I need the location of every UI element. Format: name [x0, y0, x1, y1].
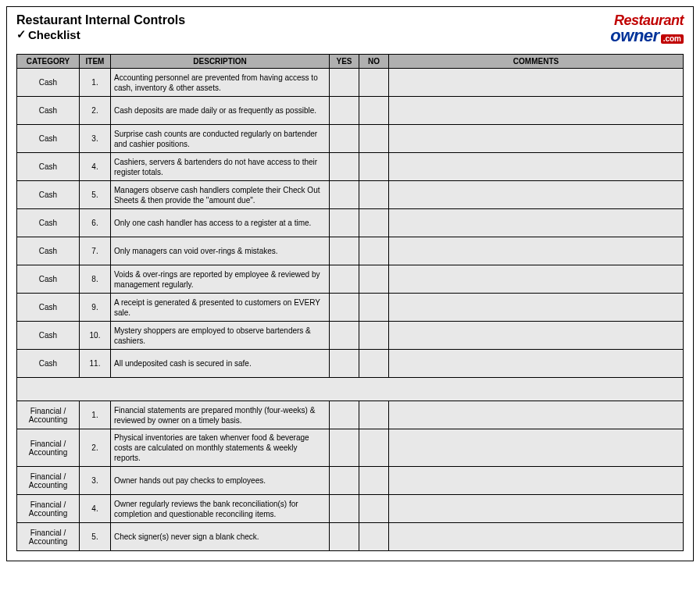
table-header-row: CATEGORY ITEM DESCRIPTION YES NO COMMENT… — [17, 55, 684, 69]
cell-item: 3. — [80, 125, 111, 153]
col-header-comments: COMMENTS — [389, 55, 684, 69]
cell-no[interactable] — [359, 209, 389, 237]
cell-comments[interactable] — [389, 322, 684, 350]
cell-category: Cash — [17, 97, 80, 125]
cell-item: 4. — [80, 153, 111, 181]
cell-description: Voids & over-rings are reported by emplo… — [111, 265, 330, 294]
cell-item: 1. — [80, 401, 111, 429]
cell-comments[interactable] — [389, 429, 684, 467]
cell-description: Check signer(s) never sign a blank check… — [111, 523, 330, 551]
cell-item: 5. — [80, 181, 111, 209]
cell-description: Cash deposits are made daily or as frequ… — [111, 97, 330, 125]
cell-item: 7. — [80, 237, 111, 265]
logo: Restaurant owner .com — [610, 13, 684, 45]
cell-comments[interactable] — [389, 265, 684, 294]
cell-no[interactable] — [359, 69, 389, 97]
cell-yes[interactable] — [330, 265, 359, 294]
cell-yes[interactable] — [330, 237, 359, 265]
title-line2: ✓ Checklist — [16, 27, 185, 41]
cell-category: Financial / Accounting — [17, 467, 80, 495]
col-header-no: NO — [359, 55, 389, 69]
col-header-yes: YES — [330, 55, 359, 69]
cell-no[interactable] — [359, 294, 389, 322]
table-row: Cash9.A receipt is generated & presented… — [17, 294, 684, 322]
cell-comments[interactable] — [389, 97, 684, 125]
cell-no[interactable] — [359, 125, 389, 153]
logo-line2: owner .com — [610, 27, 684, 45]
cell-comments[interactable] — [389, 181, 684, 209]
cell-yes[interactable] — [330, 467, 359, 495]
cell-yes[interactable] — [330, 294, 359, 322]
cell-no[interactable] — [359, 265, 389, 294]
cell-category: Cash — [17, 237, 80, 265]
table-row: Cash4.Cashiers, servers & bartenders do … — [17, 153, 684, 181]
table-row: Cash5.Managers observe cash handlers com… — [17, 181, 684, 209]
cell-comments[interactable] — [389, 523, 684, 551]
cell-comments[interactable] — [389, 153, 684, 181]
cell-item: 8. — [80, 265, 111, 294]
cell-yes[interactable] — [330, 125, 359, 153]
logo-owner: owner — [610, 27, 659, 45]
cell-category: Cash — [17, 322, 80, 350]
col-header-description: DESCRIPTION — [111, 55, 330, 69]
table-row: Financial / Accounting5.Check signer(s) … — [17, 523, 684, 551]
cell-comments[interactable] — [389, 294, 684, 322]
cell-no[interactable] — [359, 523, 389, 551]
cell-comments[interactable] — [389, 237, 684, 265]
cell-no[interactable] — [359, 322, 389, 350]
cell-description: A receipt is generated & presented to cu… — [111, 294, 330, 322]
cell-description: Cashiers, servers & bartenders do not ha… — [111, 153, 330, 181]
cell-category: Cash — [17, 125, 80, 153]
cell-description: Only one cash handler has access to a re… — [111, 209, 330, 237]
title-checklist: Checklist — [28, 28, 80, 41]
cell-yes[interactable] — [330, 209, 359, 237]
col-header-item: ITEM — [80, 55, 111, 69]
cell-no[interactable] — [359, 181, 389, 209]
cell-category: Cash — [17, 153, 80, 181]
cell-yes[interactable] — [330, 495, 359, 523]
cell-description: Mystery shoppers are employed to observe… — [111, 322, 330, 350]
cell-item: 11. — [80, 350, 111, 378]
table-row: Cash11.All undeposited cash is secured i… — [17, 350, 684, 378]
cell-comments[interactable] — [389, 401, 684, 429]
cell-yes[interactable] — [330, 401, 359, 429]
cell-no[interactable] — [359, 153, 389, 181]
checkmark-icon: ✓ — [16, 27, 27, 41]
cell-category: Financial / Accounting — [17, 429, 80, 467]
cell-item: 4. — [80, 495, 111, 523]
cell-yes[interactable] — [330, 69, 359, 97]
cell-item: 10. — [80, 322, 111, 350]
cell-yes[interactable] — [330, 322, 359, 350]
cell-no[interactable] — [359, 350, 389, 378]
cell-no[interactable] — [359, 495, 389, 523]
cell-item: 2. — [80, 429, 111, 467]
cell-no[interactable] — [359, 467, 389, 495]
cell-description: Owner hands out pay checks to employees. — [111, 467, 330, 495]
logo-dotcom: .com — [661, 34, 684, 44]
cell-comments[interactable] — [389, 350, 684, 378]
cell-yes[interactable] — [330, 429, 359, 467]
title-line1: Restaurant Internal Controls — [16, 13, 185, 27]
cell-category: Cash — [17, 209, 80, 237]
cell-category: Financial / Accounting — [17, 401, 80, 429]
cell-no[interactable] — [359, 401, 389, 429]
cell-no[interactable] — [359, 97, 389, 125]
cell-category: Financial / Accounting — [17, 495, 80, 523]
cell-yes[interactable] — [330, 181, 359, 209]
cell-comments[interactable] — [389, 209, 684, 237]
cell-item: 1. — [80, 69, 111, 97]
cell-description: Only managers can void over-rings & mist… — [111, 237, 330, 265]
cell-yes[interactable] — [330, 350, 359, 378]
cell-yes[interactable] — [330, 97, 359, 125]
cell-no[interactable] — [359, 429, 389, 467]
cell-category: Cash — [17, 265, 80, 294]
cell-comments[interactable] — [389, 495, 684, 523]
cell-comments[interactable] — [389, 125, 684, 153]
cell-comments[interactable] — [389, 467, 684, 495]
cell-yes[interactable] — [330, 153, 359, 181]
table-row: Cash10.Mystery shoppers are employed to … — [17, 322, 684, 350]
cell-yes[interactable] — [330, 523, 359, 551]
table-row: Financial / Accounting1.Financial statem… — [17, 401, 684, 429]
cell-no[interactable] — [359, 237, 389, 265]
cell-comments[interactable] — [389, 69, 684, 97]
